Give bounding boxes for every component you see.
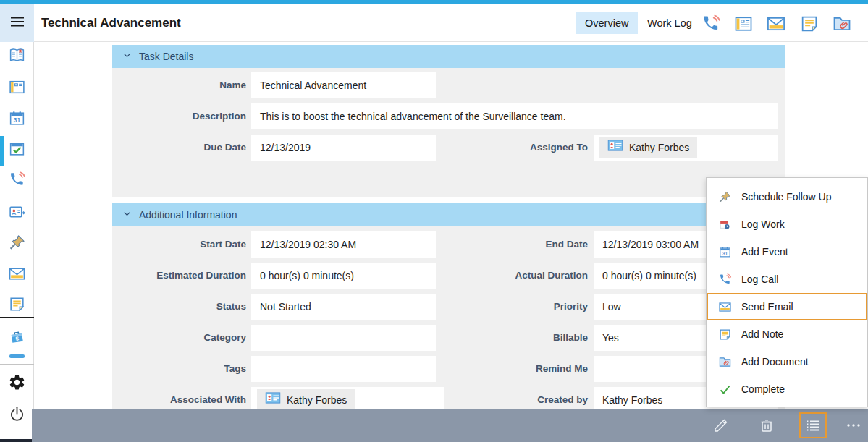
assigned-to-chip[interactable]: Kathy Forbes: [599, 137, 697, 158]
menu-item-add-event[interactable]: 31 Add Event: [707, 238, 867, 265]
due-date-field[interactable]: 12/13/2019: [251, 135, 436, 161]
menu-item-log-work[interactable]: Log Work: [707, 211, 867, 238]
partial-scroll-icon: [9, 354, 25, 358]
tab-overview[interactable]: Overview: [576, 12, 638, 34]
tags-field[interactable]: [251, 356, 436, 382]
menu-item-log-call[interactable]: Log Call: [707, 265, 867, 293]
actual-duration-label: Actual Duration: [442, 263, 588, 289]
menu-item-send-email[interactable]: Send Email: [707, 293, 867, 320]
menu-item-label: Add Note: [741, 328, 783, 340]
category-label: Category: [116, 325, 246, 351]
more-ellipsis-icon[interactable]: [845, 417, 862, 434]
menu-item-label: Send Email: [741, 301, 793, 313]
check-icon: [718, 383, 732, 396]
pushpin-icon: [718, 190, 732, 204]
assigned-to-field[interactable]: Kathy Forbes: [594, 135, 778, 161]
app-window: Technical Advancement Overview Work Log …: [0, 0, 868, 442]
billable-label: Billable: [442, 325, 588, 351]
footer-command-bar: [32, 409, 868, 442]
hamburger-menu-button[interactable]: [0, 4, 34, 42]
svg-text:31: 31: [722, 250, 728, 255]
menu-item-label: Log Call: [741, 273, 778, 285]
menu-item-schedule-follow-up[interactable]: Schedule Follow Up: [707, 183, 867, 211]
priority-label: Priority: [442, 294, 588, 320]
call-icon[interactable]: [8, 171, 26, 189]
calendar-icon: 31: [718, 245, 732, 259]
svg-text:31: 31: [14, 116, 21, 124]
note-icon: [718, 328, 732, 341]
document-icon: [718, 355, 732, 369]
note-icon[interactable]: [799, 14, 819, 34]
menu-item-label: Add Document: [741, 356, 809, 367]
sidebar-divider: [0, 317, 34, 318]
tab-work-log[interactable]: Work Log: [638, 12, 701, 34]
category-field[interactable]: [251, 325, 436, 351]
feed-icon[interactable]: [733, 14, 754, 34]
additional-information-panel: Start Date 12/13/2019 02:30 AM End Date …: [112, 226, 785, 409]
remind-me-label: Remind Me: [442, 356, 588, 382]
name-field[interactable]: Technical Advancement: [251, 72, 436, 98]
menu-item-label: Log Work: [741, 218, 785, 230]
document-icon[interactable]: [832, 14, 852, 34]
email-icon[interactable]: [8, 265, 26, 283]
name-label: Name: [116, 72, 246, 98]
description-field[interactable]: This is to boost the technical advanceme…: [251, 103, 778, 129]
power-icon[interactable]: [8, 405, 26, 423]
sidebar-bottom-strip: [0, 439, 32, 442]
menu-item-add-note[interactable]: Add Note: [707, 320, 867, 348]
page-title: Technical Advancement: [41, 4, 181, 42]
call-icon[interactable]: [701, 14, 721, 34]
assigned-to-chip-label: Kathy Forbes: [629, 135, 689, 161]
contact-card-icon: [265, 387, 281, 409]
note-icon[interactable]: [8, 295, 26, 313]
chevron-down-icon: [122, 208, 132, 222]
address-book-icon[interactable]: [8, 46, 26, 64]
estimated-duration-field[interactable]: 0 hour(s) 0 minute(s): [251, 263, 436, 289]
associated-with-field[interactable]: Kathy Forbes: [251, 387, 444, 409]
assigned-to-label: Assigned To: [442, 135, 588, 161]
header-bar: Technical Advancement Overview Work Log: [0, 4, 868, 42]
contact-add-icon[interactable]: [8, 203, 26, 221]
status-field[interactable]: Not Started: [251, 294, 436, 320]
delete-trash-icon[interactable]: [758, 417, 775, 434]
calendar-icon[interactable]: 31: [8, 109, 26, 127]
description-label: Description: [116, 103, 246, 129]
left-sidebar: 31 $: [0, 42, 34, 442]
created-by-label: Created by: [442, 387, 588, 409]
task-details-panel: Name Technical Advancement Description T…: [112, 68, 785, 197]
estimated-duration-label: Estimated Duration: [116, 263, 246, 289]
associated-with-chip[interactable]: Kathy Forbes: [257, 389, 355, 409]
section-title: Additional Information: [139, 209, 237, 221]
email-icon: [718, 300, 732, 314]
tasks-icon[interactable]: [8, 140, 26, 158]
contact-card-icon: [607, 135, 623, 161]
status-label: Status: [116, 294, 246, 320]
feed-icon[interactable]: [8, 78, 26, 96]
menu-item-complete[interactable]: Complete: [707, 375, 867, 403]
actions-list-icon[interactable]: [804, 417, 822, 434]
menu-item-add-document[interactable]: Add Document: [707, 348, 867, 375]
settings-gear-icon[interactable]: [8, 373, 26, 391]
deals-icon[interactable]: $: [8, 328, 26, 346]
associated-with-label: Associated With: [116, 387, 246, 409]
section-task-details-header[interactable]: Task Details: [112, 45, 785, 68]
chevron-down-icon: [122, 50, 132, 64]
start-date-label: Start Date: [116, 231, 246, 258]
section-title: Task Details: [139, 51, 193, 62]
sidebar-selected-indicator: [0, 136, 4, 166]
tags-label: Tags: [116, 356, 246, 382]
work-log-icon: [718, 218, 732, 231]
email-icon[interactable]: [766, 14, 786, 34]
call-icon: [718, 273, 732, 286]
associated-with-chip-label: Kathy Forbes: [287, 387, 347, 409]
edit-pencil-icon[interactable]: [712, 417, 730, 434]
start-date-field[interactable]: 12/13/2019 02:30 AM: [251, 231, 436, 258]
actions-dropdown-menu: Schedule Follow Up Log Work 31 Add Event…: [706, 177, 868, 407]
due-date-label: Due Date: [116, 135, 246, 161]
menu-item-label: Add Event: [741, 246, 788, 258]
pushpin-icon[interactable]: [8, 234, 26, 252]
sidebar-divider-light: [0, 364, 34, 365]
hamburger-icon: [9, 13, 26, 33]
section-additional-information-header[interactable]: Additional Information: [112, 203, 785, 226]
menu-item-label: Schedule Follow Up: [741, 191, 832, 203]
